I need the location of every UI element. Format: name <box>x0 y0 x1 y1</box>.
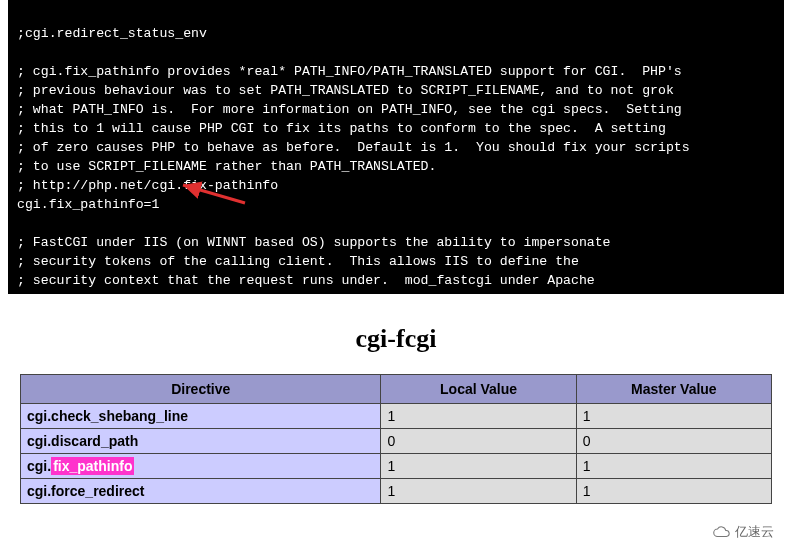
table-row: cgi.check_shebang_line 1 1 <box>21 404 772 429</box>
local-value-cell: 1 <box>381 404 576 429</box>
directive-cell: cgi.force_redirect <box>21 479 381 504</box>
local-value-cell: 1 <box>381 454 576 479</box>
terminal-output: ;cgi.redirect_status_env ; cgi.fix_pathi… <box>8 0 784 294</box>
terminal-line: ; FastCGI under IIS (on WINNT based OS) … <box>17 235 611 250</box>
terminal-line: ; security context that the request runs… <box>17 273 595 288</box>
cloud-icon <box>713 526 731 538</box>
terminal-line: ; of zero causes PHP to behave as before… <box>17 140 690 155</box>
master-value-cell: 1 <box>576 479 771 504</box>
local-value-cell: 1 <box>381 479 576 504</box>
master-value-cell: 0 <box>576 429 771 454</box>
terminal-line: ; http://php.net/cgi.fix-pathinfo <box>17 178 278 193</box>
terminal-line: ; cgi.fix_pathinfo provides *real* PATH_… <box>17 64 682 79</box>
watermark-text: 亿速云 <box>735 523 774 541</box>
section-title: cgi-fcgi <box>0 324 792 354</box>
table-row: cgi.force_redirect 1 1 <box>21 479 772 504</box>
table-header-master: Master Value <box>576 375 771 404</box>
directive-cell: cgi.discard_path <box>21 429 381 454</box>
terminal-line: ;cgi.redirect_status_env <box>17 26 207 41</box>
config-table: Directive Local Value Master Value cgi.c… <box>20 374 772 504</box>
directive-cell: cgi.fix_pathinfo <box>21 454 381 479</box>
watermark-badge: 亿速云 <box>707 521 780 543</box>
table-row: cgi.fix_pathinfo 1 1 <box>21 454 772 479</box>
table-header-directive: Directive <box>21 375 381 404</box>
terminal-line: ; this to 1 will cause PHP CGI to fix it… <box>17 121 666 136</box>
table-row: cgi.discard_path 0 0 <box>21 429 772 454</box>
table-header-row: Directive Local Value Master Value <box>21 375 772 404</box>
terminal-line: ; to use SCRIPT_FILENAME rather than PAT… <box>17 159 436 174</box>
terminal-line: ; previous behaviour was to set PATH_TRA… <box>17 83 674 98</box>
terminal-line: cgi.fix_pathinfo=1 <box>17 197 159 212</box>
terminal-line: ; what PATH_INFO is. For more informatio… <box>17 102 682 117</box>
local-value-cell: 0 <box>381 429 576 454</box>
table-header-local: Local Value <box>381 375 576 404</box>
terminal-line: ; security tokens of the calling client.… <box>17 254 579 269</box>
highlight: fix_pathinfo <box>51 457 134 475</box>
master-value-cell: 1 <box>576 454 771 479</box>
master-value-cell: 1 <box>576 404 771 429</box>
directive-cell: cgi.check_shebang_line <box>21 404 381 429</box>
terminal-line: ; does not currently support this featur… <box>17 292 444 294</box>
